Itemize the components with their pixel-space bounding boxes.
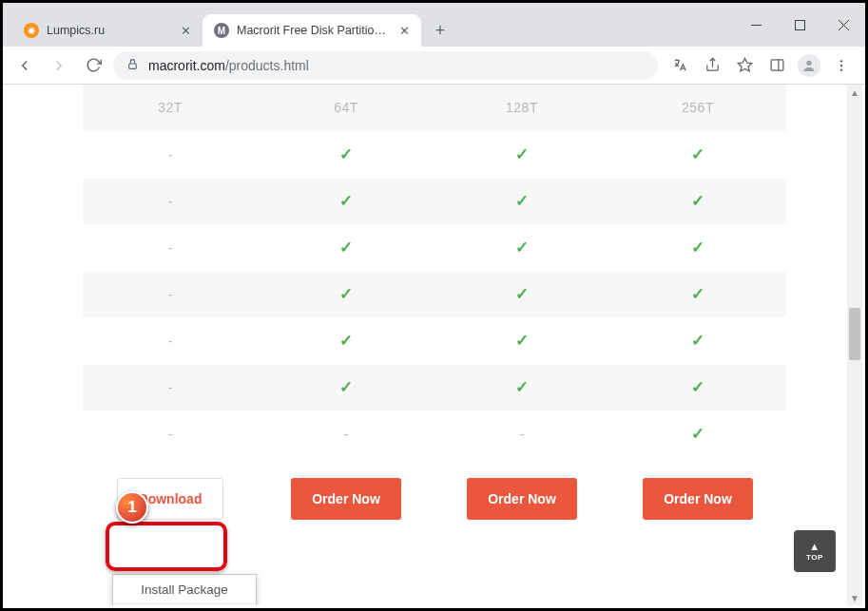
- window-controls: [734, 3, 865, 47]
- header-cell: 256T: [610, 85, 786, 131]
- order-button-2[interactable]: Order Now: [467, 478, 577, 520]
- maximize-button[interactable]: [778, 10, 821, 40]
- address-bar[interactable]: macrorit.com/products.html: [113, 51, 658, 80]
- table-cell: ✓: [259, 317, 434, 364]
- back-button[interactable]: [10, 51, 39, 80]
- table-cell: -: [259, 411, 434, 457]
- check-icon: ✓: [339, 378, 353, 396]
- table-cell: ✓: [259, 178, 434, 224]
- table-cell: ✓: [434, 364, 610, 411]
- check-icon: ✓: [691, 425, 704, 443]
- svg-point-9: [806, 60, 811, 65]
- table-cell: -: [83, 364, 259, 411]
- chevron-up-icon: ▲: [809, 542, 820, 552]
- table-cell: ✓: [610, 178, 786, 224]
- table-row: -✓✓✓: [83, 271, 786, 317]
- tab-macrorit[interactable]: M Macrorit Free Disk Partition Softw ✕: [203, 14, 421, 47]
- table-cell: ✓: [610, 411, 786, 457]
- close-icon[interactable]: ✕: [181, 24, 191, 38]
- table-cell: -: [83, 411, 259, 457]
- dash-icon: -: [168, 147, 173, 162]
- page-content: 32T 64T 128T 256T -✓✓✓-✓✓✓-✓✓✓-✓✓✓-✓✓✓-✓…: [83, 85, 786, 542]
- translate-icon[interactable]: [664, 51, 696, 80]
- tab-title: Lumpics.ru: [47, 24, 173, 37]
- minimize-button[interactable]: [734, 10, 778, 40]
- scroll-down-arrow[interactable]: ▼: [847, 590, 862, 605]
- check-icon: ✓: [339, 145, 353, 163]
- toolbar-actions: [664, 51, 858, 80]
- check-icon: ✓: [339, 239, 353, 257]
- back-to-top-button[interactable]: ▲ TOP: [794, 530, 836, 572]
- table-cell: ✓: [259, 271, 434, 317]
- svg-rect-1: [795, 20, 804, 29]
- menu-portable-edition[interactable]: Portable Edition: [113, 603, 256, 605]
- dash-icon: -: [168, 334, 173, 349]
- dash-icon: -: [168, 287, 173, 302]
- check-icon: ✓: [515, 192, 529, 210]
- dash-icon: -: [168, 194, 173, 209]
- table-cell: ✓: [434, 317, 610, 364]
- forward-button[interactable]: [45, 51, 73, 80]
- dash-icon: -: [344, 427, 349, 442]
- download-button[interactable]: Download: [117, 478, 224, 520]
- check-icon: ✓: [515, 145, 529, 163]
- table-cell: ✓: [434, 131, 610, 178]
- table-cell: -: [83, 271, 259, 317]
- header-cell: 32T: [83, 85, 259, 131]
- header-cell: 64T: [259, 85, 434, 131]
- table-cell: -: [83, 131, 259, 178]
- dash-icon: -: [168, 427, 173, 442]
- order-button-1[interactable]: Order Now: [291, 478, 401, 520]
- table-cell: ✓: [259, 131, 434, 178]
- table-row: -✓✓✓: [83, 178, 786, 224]
- svg-point-12: [840, 68, 842, 70]
- check-icon: ✓: [339, 332, 353, 350]
- close-icon[interactable]: ✕: [399, 24, 410, 38]
- check-icon: ✓: [691, 192, 704, 210]
- scroll-up-arrow[interactable]: ▲: [847, 85, 862, 100]
- check-icon: ✓: [691, 378, 704, 396]
- scroll-thumb[interactable]: [849, 308, 860, 360]
- check-icon: ✓: [339, 192, 353, 210]
- share-icon[interactable]: [696, 51, 728, 80]
- sidepanel-icon[interactable]: [761, 51, 793, 80]
- url-path: /products.html: [225, 58, 309, 73]
- table-cell: ✓: [434, 271, 610, 317]
- totop-label: TOP: [806, 553, 823, 562]
- profile-button[interactable]: [793, 51, 825, 80]
- url-domain: macrorit.com: [148, 58, 225, 73]
- table-cell: ✓: [259, 224, 434, 271]
- check-icon: ✓: [515, 332, 529, 350]
- reload-button[interactable]: [79, 51, 107, 80]
- menu-button[interactable]: [825, 51, 858, 80]
- close-window-button[interactable]: [821, 10, 865, 40]
- table-header-row: 32T 64T 128T 256T: [83, 85, 786, 131]
- header-cell: 128T: [434, 85, 610, 131]
- svg-rect-7: [771, 60, 783, 70]
- new-tab-button[interactable]: +: [427, 17, 453, 44]
- window-titlebar: ✺ Lumpics.ru ✕ M Macrorit Free Disk Part…: [3, 3, 865, 47]
- browser-toolbar: macrorit.com/products.html: [3, 47, 865, 85]
- tab-title: Macrorit Free Disk Partition Softw: [237, 24, 392, 37]
- tab-lumpics[interactable]: ✺ Lumpics.ru ✕: [12, 14, 203, 47]
- avatar-icon: [798, 54, 820, 77]
- check-icon: ✓: [339, 285, 353, 303]
- comparison-table: 32T 64T 128T 256T -✓✓✓-✓✓✓-✓✓✓-✓✓✓-✓✓✓-✓…: [83, 85, 786, 542]
- table-cell: -: [83, 178, 259, 224]
- check-icon: ✓: [691, 145, 704, 163]
- table-cell: ✓: [610, 364, 786, 411]
- bookmark-icon[interactable]: [728, 51, 761, 80]
- order-button-3[interactable]: Order Now: [643, 478, 753, 520]
- menu-install-package[interactable]: Install Package: [113, 575, 256, 603]
- dash-icon: -: [168, 240, 173, 256]
- check-icon: ✓: [515, 285, 529, 303]
- check-icon: ✓: [515, 378, 529, 396]
- table-cell: -: [83, 317, 259, 364]
- tab-strip: ✺ Lumpics.ru ✕ M Macrorit Free Disk Part…: [3, 3, 734, 47]
- table-cell: ✓: [610, 271, 786, 317]
- lock-icon: [126, 58, 139, 73]
- vertical-scrollbar[interactable]: ▲ ▼: [847, 85, 862, 605]
- svg-point-10: [840, 60, 842, 62]
- cta-row: Download Order Now Order Now Order Now: [83, 457, 786, 541]
- table-row: ---✓: [83, 411, 786, 457]
